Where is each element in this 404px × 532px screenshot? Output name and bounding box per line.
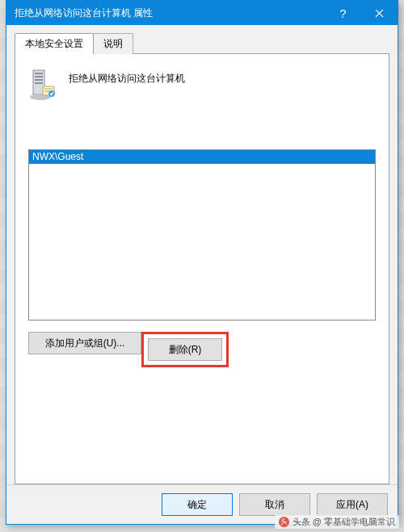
watermark-text: 头条 @ 零基础学电脑常识 xyxy=(292,516,395,528)
remove-highlight: 删除(R) xyxy=(141,332,229,367)
watermark-icon: 头 xyxy=(279,517,289,527)
ok-button[interactable]: 确定 xyxy=(162,493,233,516)
window-title: 拒绝从网络访问这台计算机 属性 xyxy=(15,6,325,20)
svg-rect-3 xyxy=(35,79,43,81)
spacer xyxy=(28,367,376,471)
add-user-group-button[interactable]: 添加用户或组(U)... xyxy=(28,332,141,354)
svg-rect-4 xyxy=(35,82,43,84)
tab-local-security[interactable]: 本地安全设置 xyxy=(15,33,94,54)
apply-button[interactable]: 应用(A) xyxy=(317,493,388,516)
dialog-body: 本地安全设置 说明 拒绝从网络访问这台计算机 xyxy=(6,25,398,484)
tab-panel: 拒绝从网络访问这台计算机 NWX\Guest 添加用户或组(U)... 删除(R… xyxy=(15,53,389,484)
close-icon xyxy=(375,9,384,18)
policy-header: 拒绝从网络访问这台计算机 xyxy=(28,69,376,101)
watermark: 头 头条 @ 零基础学电脑常识 xyxy=(275,515,399,529)
cancel-button[interactable]: 取消 xyxy=(239,493,310,516)
help-button[interactable]: ? xyxy=(325,1,361,25)
properties-dialog: 拒绝从网络访问这台计算机 属性 ? 本地安全设置 说明 xyxy=(6,0,398,525)
list-button-row: 添加用户或组(U)... 删除(R) xyxy=(28,332,376,367)
svg-rect-1 xyxy=(35,73,43,74)
policy-label: 拒绝从网络访问这台计算机 xyxy=(69,69,185,86)
remove-button[interactable]: 删除(R) xyxy=(148,338,222,361)
tab-explain[interactable]: 说明 xyxy=(93,33,133,54)
close-button[interactable] xyxy=(361,1,398,25)
server-icon xyxy=(28,69,57,101)
list-item[interactable]: NWX\Guest xyxy=(29,150,375,164)
user-listbox[interactable]: NWX\Guest xyxy=(28,149,376,320)
tab-strip: 本地安全设置 说明 xyxy=(15,33,389,54)
svg-rect-2 xyxy=(35,76,43,77)
title-bar: 拒绝从网络访问这台计算机 属性 ? xyxy=(6,1,398,25)
